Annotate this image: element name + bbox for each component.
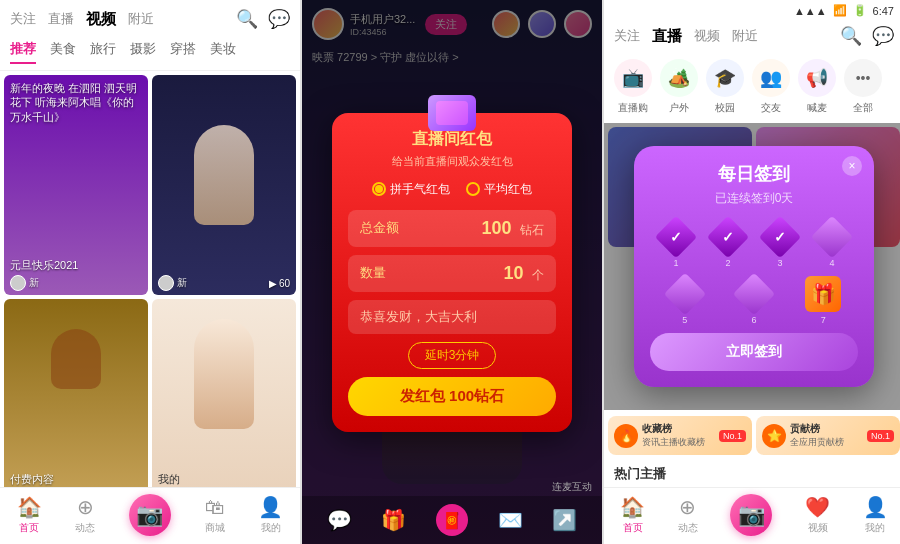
bnav-home-label: 首页 bbox=[19, 521, 39, 535]
bnav-shop[interactable]: 🛍 商城 bbox=[205, 496, 225, 535]
card1-avatar bbox=[10, 275, 26, 291]
day1-item: ✓ 1 bbox=[658, 219, 694, 268]
video-card-4[interactable]: 我的 新 ▶15 bbox=[152, 299, 296, 487]
mail-icon[interactable]: ✉️ bbox=[498, 508, 523, 532]
tab-photo[interactable]: 摄影 bbox=[130, 40, 156, 64]
p3-camera-button[interactable]: 📷 bbox=[730, 494, 772, 536]
p1-top-nav: 关注 直播 视频 附近 🔍 💬 bbox=[0, 0, 300, 34]
signin-close-button[interactable]: × bbox=[842, 156, 862, 176]
signin-modal: × 每日签到 已连续签到0天 ✓ 1 ✓ bbox=[634, 146, 874, 387]
dynamic-icon: ⊕ bbox=[77, 495, 94, 519]
p3-nav-live[interactable]: 直播 bbox=[652, 27, 682, 46]
video-card-1[interactable]: 新年的夜晚 在泗阳 泗天明花下 听海来阿木唱《你的万水千山》 元旦快乐2021 … bbox=[4, 75, 148, 295]
tab-fashion[interactable]: 穿搭 bbox=[170, 40, 196, 64]
radio-lucky-dot bbox=[372, 182, 386, 196]
p3-status-bar: ▲▲▲ 📶 🔋 6:47 bbox=[604, 0, 900, 21]
rank-favorites-badge: No.1 bbox=[719, 430, 746, 442]
total-value[interactable]: 100 bbox=[482, 218, 512, 238]
radio-equal[interactable]: 平均红包 bbox=[466, 181, 532, 198]
day5-diamond bbox=[667, 276, 703, 312]
video-card-2[interactable]: 新 ▶60 bbox=[152, 75, 296, 295]
tab-food[interactable]: 美食 bbox=[50, 40, 76, 64]
day4-label: 4 bbox=[829, 258, 834, 268]
card2-author: 新 bbox=[158, 275, 187, 291]
nav-live[interactable]: 直播 bbox=[48, 10, 74, 28]
redenv-decoration bbox=[428, 95, 476, 131]
p3-bnav-profile[interactable]: 👤 我的 bbox=[863, 495, 888, 535]
nav-nearby[interactable]: 附近 bbox=[128, 10, 154, 28]
cat-outdoor[interactable]: 🏕️ 户外 bbox=[660, 59, 698, 115]
delay-button[interactable]: 延时3分钟 bbox=[408, 342, 497, 369]
count-value[interactable]: 10 bbox=[504, 263, 524, 283]
p2-bottom-bar: 💬 🎁 🧧 ✉️ ↗️ bbox=[302, 496, 602, 544]
total-value-group: 100 钻石 bbox=[482, 218, 545, 239]
cat-all[interactable]: ••• 全部 bbox=[844, 59, 882, 115]
day6-label: 6 bbox=[751, 315, 756, 325]
total-unit: 钻石 bbox=[520, 223, 544, 237]
signin-button[interactable]: 立即签到 bbox=[650, 333, 858, 371]
red-packet-icon[interactable]: 🧧 bbox=[436, 504, 468, 536]
shop-icon: 🛍 bbox=[205, 496, 225, 519]
card2-author-name: 新 bbox=[177, 276, 187, 290]
send-redenvelope-button[interactable]: 发红包 100钻石 bbox=[348, 377, 556, 416]
bnav-profile-label: 我的 bbox=[261, 521, 281, 535]
red-envelope-modal: 直播间红包 给当前直播间观众发红包 拼手气红包 平均红包 总金额 100 钻石 bbox=[332, 113, 572, 432]
cat-liveshop[interactable]: 📺 直播购 bbox=[614, 59, 652, 115]
p3-bnav-video[interactable]: ❤️ 视频 bbox=[805, 495, 830, 535]
tab-beauty[interactable]: 美妆 bbox=[210, 40, 236, 64]
p3-bnav-profile-label: 我的 bbox=[865, 521, 885, 535]
cat-shout[interactable]: 📢 喊麦 bbox=[798, 59, 836, 115]
gift-icon[interactable]: 🎁 bbox=[381, 508, 406, 532]
p3-nav-nearby[interactable]: 附近 bbox=[732, 27, 758, 45]
p3-bnav-home[interactable]: 🏠 首页 bbox=[620, 495, 645, 535]
radio-lucky[interactable]: 拼手气红包 bbox=[372, 181, 450, 198]
bnav-home[interactable]: 🏠 首页 bbox=[17, 495, 42, 535]
cat-campus[interactable]: 🎓 校园 bbox=[706, 59, 744, 115]
day2-diamond: ✓ bbox=[710, 219, 746, 255]
video-card-3[interactable]: 付费内容 新梦 ▶3 bbox=[4, 299, 148, 487]
bnav-dynamic[interactable]: ⊕ 动态 bbox=[75, 495, 95, 535]
rank-card-favorites[interactable]: 🔥 收藏榜 资讯主播收藏榜 No.1 bbox=[608, 416, 752, 455]
rank-card-contrib[interactable]: ⭐ 贡献榜 全应用贡献榜 No.1 bbox=[756, 416, 900, 455]
tab-travel[interactable]: 旅行 bbox=[90, 40, 116, 64]
nav-follow[interactable]: 关注 bbox=[10, 10, 36, 28]
share-icon[interactable]: ↗️ bbox=[552, 508, 577, 532]
lianmai-label[interactable]: 连麦互动 bbox=[552, 480, 592, 494]
cat-social[interactable]: 👥 交友 bbox=[752, 59, 790, 115]
card4-label: 我的 bbox=[158, 472, 180, 487]
count-unit: 个 bbox=[532, 268, 544, 282]
p3-message-icon[interactable]: 💬 bbox=[872, 25, 894, 47]
signin-row2: 5 6 🎁 7 bbox=[650, 276, 858, 325]
rank-favorites-icon: 🔥 bbox=[614, 424, 638, 448]
tab-recommend[interactable]: 推荐 bbox=[10, 40, 36, 64]
cat-all-icon: ••• bbox=[844, 59, 882, 97]
p3-bottom-nav: 🏠 首页 ⊕ 动态 📷 ❤️ 视频 👤 我的 bbox=[604, 487, 900, 544]
p3-nav-follow[interactable]: 关注 bbox=[614, 27, 640, 45]
redenv-title: 直播间红包 bbox=[348, 129, 556, 150]
panel1-video-feed: 关注 直播 视频 附近 🔍 💬 推荐 美食 旅行 摄影 穿搭 美妆 新年的夜晚 … bbox=[0, 0, 300, 544]
p3-nav-video[interactable]: 视频 bbox=[694, 27, 720, 45]
battery-icon: 🔋 bbox=[853, 4, 867, 17]
bnav-profile[interactable]: 👤 我的 bbox=[258, 495, 283, 535]
p3-bnav-dynamic-label: 动态 bbox=[678, 521, 698, 535]
p3-bnav-dynamic[interactable]: ⊕ 动态 bbox=[678, 495, 698, 535]
camera-button[interactable]: 📷 bbox=[129, 494, 171, 536]
total-label: 总金额 bbox=[360, 219, 399, 237]
rank-contrib-title: 贡献榜 bbox=[790, 422, 844, 436]
card1-bottom: 新 bbox=[10, 275, 142, 291]
message-icon[interactable]: 💬 bbox=[268, 8, 290, 30]
count-field: 数量 10 个 bbox=[348, 255, 556, 292]
search-icon[interactable]: 🔍 bbox=[236, 8, 258, 30]
message-field[interactable]: 恭喜发财，大吉大利 bbox=[348, 300, 556, 334]
radio-lucky-label: 拼手气红包 bbox=[390, 181, 450, 198]
nav-video[interactable]: 视频 bbox=[86, 10, 116, 29]
cat-campus-label: 校园 bbox=[715, 101, 735, 115]
p3-profile-icon: 👤 bbox=[863, 495, 888, 519]
p1-video-grid: 新年的夜晚 在泗阳 泗天明花下 听海来阿木唱《你的万水千山》 元旦快乐2021 … bbox=[0, 71, 300, 487]
chat-icon[interactable]: 💬 bbox=[327, 508, 352, 532]
p3-search-icon[interactable]: 🔍 bbox=[840, 25, 862, 47]
day3-item: ✓ 3 bbox=[762, 219, 798, 268]
count-label: 数量 bbox=[360, 264, 386, 282]
rank-contrib-sub: 全应用贡献榜 bbox=[790, 436, 844, 449]
signin-row1: ✓ 1 ✓ 2 ✓ bbox=[650, 219, 858, 268]
